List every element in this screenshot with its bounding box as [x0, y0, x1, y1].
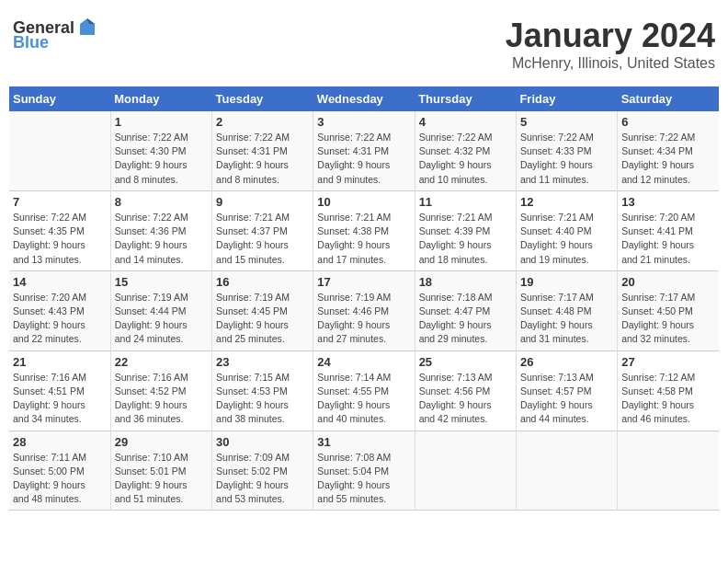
calendar-cell: 23Sunrise: 7:15 AM Sunset: 4:53 PM Dayli… [212, 350, 313, 431]
day-info: Sunrise: 7:20 AM Sunset: 4:43 PM Dayligh… [13, 291, 107, 347]
day-info: Sunrise: 7:19 AM Sunset: 4:46 PM Dayligh… [317, 291, 410, 347]
calendar-cell: 19Sunrise: 7:17 AM Sunset: 4:48 PM Dayli… [516, 270, 617, 350]
calendar-cell: 25Sunrise: 7:13 AM Sunset: 4:56 PM Dayli… [415, 350, 516, 431]
day-info: Sunrise: 7:18 AM Sunset: 4:47 PM Dayligh… [419, 291, 512, 347]
calendar-week-row: 21Sunrise: 7:16 AM Sunset: 4:51 PM Dayli… [9, 350, 719, 431]
calendar-cell: 17Sunrise: 7:19 AM Sunset: 4:46 PM Dayli… [313, 270, 415, 350]
calendar-cell: 20Sunrise: 7:17 AM Sunset: 4:50 PM Dayli… [618, 270, 719, 350]
day-number: 30 [216, 435, 309, 449]
calendar-cell: 6Sunrise: 7:22 AM Sunset: 4:34 PM Daylig… [618, 111, 719, 190]
calendar-cell: 22Sunrise: 7:16 AM Sunset: 4:52 PM Dayli… [110, 350, 211, 431]
calendar-cell: 2Sunrise: 7:22 AM Sunset: 4:31 PM Daylig… [212, 111, 313, 190]
calendar-cell: 30Sunrise: 7:09 AM Sunset: 5:02 PM Dayli… [212, 431, 313, 511]
day-number: 17 [317, 275, 410, 289]
day-info: Sunrise: 7:22 AM Sunset: 4:31 PM Dayligh… [216, 131, 309, 187]
day-info: Sunrise: 7:21 AM Sunset: 4:38 PM Dayligh… [317, 211, 410, 267]
calendar-cell: 4Sunrise: 7:22 AM Sunset: 4:32 PM Daylig… [415, 111, 516, 190]
day-number: 7 [13, 195, 107, 209]
logo-blue-text: Blue [13, 33, 49, 52]
day-info: Sunrise: 7:22 AM Sunset: 4:36 PM Dayligh… [115, 211, 208, 267]
day-number: 14 [13, 275, 107, 289]
calendar-cell: 11Sunrise: 7:21 AM Sunset: 4:39 PM Dayli… [415, 190, 516, 270]
calendar-cell: 18Sunrise: 7:18 AM Sunset: 4:47 PM Dayli… [415, 270, 516, 350]
day-info: Sunrise: 7:22 AM Sunset: 4:35 PM Dayligh… [13, 211, 107, 267]
day-info: Sunrise: 7:11 AM Sunset: 5:00 PM Dayligh… [13, 451, 107, 507]
calendar-cell: 12Sunrise: 7:21 AM Sunset: 4:40 PM Dayli… [516, 190, 617, 270]
calendar-cell: 27Sunrise: 7:12 AM Sunset: 4:58 PM Dayli… [618, 350, 719, 431]
day-number: 16 [216, 275, 309, 289]
day-number: 2 [216, 115, 309, 129]
subtitle: McHenry, Illinois, United States [506, 55, 715, 72]
day-info: Sunrise: 7:13 AM Sunset: 4:57 PM Dayligh… [520, 371, 613, 427]
day-number: 21 [13, 355, 107, 369]
day-number: 23 [216, 355, 309, 369]
column-header-friday: Friday [516, 86, 617, 111]
day-number: 11 [419, 195, 512, 209]
column-header-monday: Monday [110, 86, 211, 111]
column-header-sunday: Sunday [9, 86, 110, 111]
calendar-cell: 9Sunrise: 7:21 AM Sunset: 4:37 PM Daylig… [212, 190, 313, 270]
header: General Blue January 2024 McHenry, Illin… [9, 9, 719, 79]
day-info: Sunrise: 7:16 AM Sunset: 4:52 PM Dayligh… [115, 371, 208, 427]
day-number: 3 [317, 115, 410, 129]
day-info: Sunrise: 7:21 AM Sunset: 4:37 PM Dayligh… [216, 211, 309, 267]
day-info: Sunrise: 7:08 AM Sunset: 5:04 PM Dayligh… [317, 451, 410, 507]
calendar-cell: 28Sunrise: 7:11 AM Sunset: 5:00 PM Dayli… [9, 431, 110, 511]
day-info: Sunrise: 7:21 AM Sunset: 4:40 PM Dayligh… [520, 211, 613, 267]
calendar-cell: 14Sunrise: 7:20 AM Sunset: 4:43 PM Dayli… [9, 270, 110, 350]
day-number: 13 [621, 195, 715, 209]
calendar-cell: 13Sunrise: 7:20 AM Sunset: 4:41 PM Dayli… [618, 190, 719, 270]
day-number: 8 [115, 195, 208, 209]
calendar-cell [9, 111, 110, 190]
day-number: 25 [419, 355, 512, 369]
main-title: January 2024 [506, 17, 715, 55]
calendar-cell: 31Sunrise: 7:08 AM Sunset: 5:04 PM Dayli… [313, 431, 415, 511]
calendar-cell [618, 431, 719, 511]
logo-icon [76, 17, 98, 39]
day-info: Sunrise: 7:13 AM Sunset: 4:56 PM Dayligh… [419, 371, 512, 427]
day-info: Sunrise: 7:17 AM Sunset: 4:48 PM Dayligh… [520, 291, 613, 347]
day-number: 10 [317, 195, 410, 209]
calendar-cell: 24Sunrise: 7:14 AM Sunset: 4:55 PM Dayli… [313, 350, 415, 431]
column-header-thursday: Thursday [415, 86, 516, 111]
calendar-cell: 3Sunrise: 7:22 AM Sunset: 4:31 PM Daylig… [313, 111, 415, 190]
calendar-cell: 1Sunrise: 7:22 AM Sunset: 4:30 PM Daylig… [110, 111, 211, 190]
calendar-header-row: SundayMondayTuesdayWednesdayThursdayFrid… [9, 86, 719, 111]
day-number: 22 [115, 355, 208, 369]
svg-marker-0 [80, 18, 95, 35]
day-number: 19 [520, 275, 613, 289]
day-number: 5 [520, 115, 613, 129]
calendar-cell: 16Sunrise: 7:19 AM Sunset: 4:45 PM Dayli… [212, 270, 313, 350]
day-info: Sunrise: 7:19 AM Sunset: 4:44 PM Dayligh… [115, 291, 208, 347]
calendar-cell: 7Sunrise: 7:22 AM Sunset: 4:35 PM Daylig… [9, 190, 110, 270]
day-number: 1 [115, 115, 208, 129]
column-header-saturday: Saturday [618, 86, 719, 111]
column-header-tuesday: Tuesday [212, 86, 313, 111]
day-info: Sunrise: 7:19 AM Sunset: 4:45 PM Dayligh… [216, 291, 309, 347]
day-info: Sunrise: 7:12 AM Sunset: 4:58 PM Dayligh… [621, 371, 715, 427]
day-number: 4 [419, 115, 512, 129]
day-info: Sunrise: 7:15 AM Sunset: 4:53 PM Dayligh… [216, 371, 309, 427]
day-info: Sunrise: 7:21 AM Sunset: 4:39 PM Dayligh… [419, 211, 512, 267]
day-number: 12 [520, 195, 613, 209]
calendar-cell: 26Sunrise: 7:13 AM Sunset: 4:57 PM Dayli… [516, 350, 617, 431]
day-info: Sunrise: 7:09 AM Sunset: 5:02 PM Dayligh… [216, 451, 309, 507]
day-info: Sunrise: 7:10 AM Sunset: 5:01 PM Dayligh… [115, 451, 208, 507]
day-number: 27 [621, 355, 715, 369]
day-number: 24 [317, 355, 410, 369]
day-number: 18 [419, 275, 512, 289]
day-number: 6 [621, 115, 715, 129]
calendar-table: SundayMondayTuesdayWednesdayThursdayFrid… [9, 86, 719, 511]
day-info: Sunrise: 7:22 AM Sunset: 4:33 PM Dayligh… [520, 131, 613, 187]
calendar-week-row: 1Sunrise: 7:22 AM Sunset: 4:30 PM Daylig… [9, 111, 719, 190]
day-info: Sunrise: 7:22 AM Sunset: 4:31 PM Dayligh… [317, 131, 410, 187]
day-info: Sunrise: 7:22 AM Sunset: 4:34 PM Dayligh… [621, 131, 715, 187]
column-header-wednesday: Wednesday [313, 86, 415, 111]
day-number: 20 [621, 275, 715, 289]
day-info: Sunrise: 7:20 AM Sunset: 4:41 PM Dayligh… [621, 211, 715, 267]
day-number: 31 [317, 435, 410, 449]
calendar-cell: 8Sunrise: 7:22 AM Sunset: 4:36 PM Daylig… [110, 190, 211, 270]
title-area: January 2024 McHenry, Illinois, United S… [506, 17, 715, 72]
calendar-cell [415, 431, 516, 511]
calendar-week-row: 14Sunrise: 7:20 AM Sunset: 4:43 PM Dayli… [9, 270, 719, 350]
